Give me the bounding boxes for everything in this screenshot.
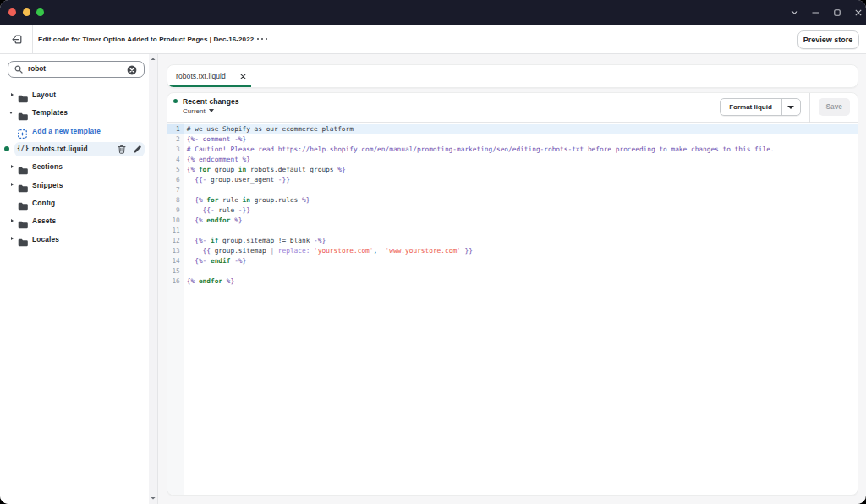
format-liquid-button[interactable]: Format liquid: [721, 99, 782, 115]
code-token: 'www.yourstore.com': [386, 247, 461, 255]
window-maximize-icon[interactable]: [826, 0, 847, 25]
chevron-right-icon[interactable]: [11, 183, 14, 186]
window-minimize-icon[interactable]: [805, 0, 826, 25]
preview-store-button[interactable]: Preview store: [797, 30, 859, 49]
sidebar-item-assets[interactable]: Assets: [0, 212, 145, 230]
code-line-14[interactable]: {%- endif -%}: [184, 256, 858, 266]
code-line-4[interactable]: {% endcomment %}: [184, 155, 858, 165]
scroll-down-icon[interactable]: [150, 495, 156, 501]
code-token: # we use Shopify as our ecommerce platfo…: [187, 125, 354, 133]
collapse-sidebar-button[interactable]: [8, 30, 26, 48]
format-options-button[interactable]: [782, 99, 800, 115]
code-token: {%: [195, 216, 202, 224]
window-menu-chevron-icon[interactable]: [784, 0, 805, 25]
code-line-12[interactable]: {%- if group.sitemap != blank -%}: [184, 236, 858, 246]
code-token: in: [243, 196, 250, 204]
sidebar-item-sections[interactable]: Sections: [0, 158, 145, 176]
chevron-down-icon[interactable]: [9, 112, 13, 114]
dot-icon: [261, 38, 264, 41]
collapse-sidebar-icon: [12, 35, 22, 44]
close-traffic-light-icon[interactable]: [8, 8, 16, 16]
chevron-right-icon[interactable]: [11, 93, 14, 96]
code-token: -%}: [314, 237, 326, 244]
code-token: endfor: [199, 277, 222, 285]
code-token: {{-: [203, 206, 215, 214]
code-line-6[interactable]: {{- group.user_agent -}}: [184, 175, 858, 185]
sidebar-item-config[interactable]: Config: [0, 194, 145, 212]
toolbar-actions: Format liquid Save: [720, 93, 858, 122]
version-dropdown[interactable]: Current: [167, 107, 239, 115]
code-token: endif: [211, 257, 230, 265]
sidebar-item-templates[interactable]: Templates: [0, 104, 145, 122]
dot-icon: [266, 38, 268, 41]
code-line-8[interactable]: {% for rule in group.rules %}: [184, 195, 858, 205]
liquid-file-icon: {/}: [17, 145, 29, 152]
code-token: {%-: [195, 257, 206, 265]
close-tab-button[interactable]: [238, 71, 248, 81]
line-number: 7: [167, 185, 184, 195]
traffic-lights: [8, 8, 44, 16]
sidebar-item-label: Locales: [32, 230, 59, 248]
zoom-traffic-light-icon[interactable]: [36, 8, 44, 16]
code-line-3[interactable]: # Caution! Please read https://help.shop…: [184, 145, 858, 155]
search-input[interactable]: [28, 65, 112, 73]
code-token: [187, 257, 195, 265]
line-number: 10: [167, 216, 184, 226]
code-token: if: [211, 237, 218, 244]
code-line-1[interactable]: # we use Shopify as our ecommerce platfo…: [184, 124, 858, 134]
code-token: [187, 196, 195, 204]
editor-toolbar: Recent changes Current Format liquid Sav…: [167, 93, 858, 123]
code-line-10[interactable]: {% endfor %}: [184, 216, 858, 226]
tab-label: robots.txt.liquid: [176, 65, 226, 86]
code-token: [187, 247, 203, 255]
line-number: 2: [167, 134, 184, 145]
code-line-11[interactable]: [184, 226, 858, 236]
window-close-icon[interactable]: [847, 0, 866, 25]
file-sidebar: LayoutTemplatesAdd a new template{/}robo…: [0, 54, 158, 504]
code-token: -}}: [278, 176, 290, 184]
unsaved-changes-dot-icon: [173, 99, 178, 103]
sidebar-item-snippets[interactable]: Snippets: [0, 176, 145, 194]
code-token: rule: [215, 206, 238, 214]
line-number: 15: [167, 266, 184, 277]
page-title: Edit code for Timer Option Added to Prod…: [38, 25, 254, 53]
minimize-traffic-light-icon[interactable]: [23, 8, 30, 16]
tab-robots-txt-liquid[interactable]: robots.txt.liquid: [167, 65, 251, 87]
sidebar-item-locales[interactable]: Locales: [0, 230, 145, 248]
sidebar-scrollbar[interactable]: [149, 54, 158, 504]
code-line-16[interactable]: {% endfor %}: [184, 277, 858, 287]
sidebar-item-label: robots.txt.liquid: [32, 140, 88, 158]
code-line-15[interactable]: [184, 266, 858, 277]
line-number: 5: [167, 165, 184, 175]
format-liquid-split-button: Format liquid: [720, 98, 801, 116]
code-line-13[interactable]: {{ group.sitemap | replace: 'yourstore.c…: [184, 246, 858, 256]
chevron-right-icon[interactable]: [11, 237, 14, 240]
clear-search-button[interactable]: [127, 65, 137, 75]
sidebar-item-label: Templates: [32, 104, 68, 122]
line-number-gutter: 12345678910111213141516: [167, 123, 185, 495]
code-line-2[interactable]: {%- comment -%}: [184, 134, 858, 145]
save-button[interactable]: Save: [819, 98, 851, 116]
code-token: {%-: [195, 237, 206, 244]
sidebar-item-robots-txt-liquid[interactable]: {/}robots.txt.liquid: [0, 140, 145, 158]
code-token: -%}: [234, 257, 246, 265]
app-window: Edit code for Timer Option Added to Prod…: [0, 0, 866, 504]
code-line-5[interactable]: {% for group in robots.default_groups %}: [184, 165, 858, 175]
code-token: 'yourstore.com': [314, 247, 373, 255]
code-token: in: [238, 166, 246, 173]
sidebar-item-layout[interactable]: Layout: [0, 86, 145, 104]
code-editor[interactable]: 12345678910111213141516 # we use Shopify…: [167, 123, 858, 495]
code-content[interactable]: # we use Shopify as our ecommerce platfo…: [184, 123, 858, 495]
rename-file-button[interactable]: [133, 145, 142, 154]
chevron-right-icon[interactable]: [11, 219, 14, 222]
editor-tab-bar: robots.txt.liquid: [167, 64, 859, 88]
code-line-7[interactable]: [184, 185, 858, 195]
more-options-button[interactable]: [254, 31, 271, 47]
delete-file-button[interactable]: [118, 145, 127, 154]
scroll-up-icon[interactable]: [150, 56, 156, 63]
chevron-right-icon[interactable]: [11, 165, 14, 168]
code-token: {%: [187, 166, 195, 173]
code-token: %}: [234, 216, 242, 224]
sidebar-item-add-a-new-template[interactable]: Add a new template: [0, 123, 145, 140]
code-line-9[interactable]: {{- rule -}}: [184, 205, 858, 216]
